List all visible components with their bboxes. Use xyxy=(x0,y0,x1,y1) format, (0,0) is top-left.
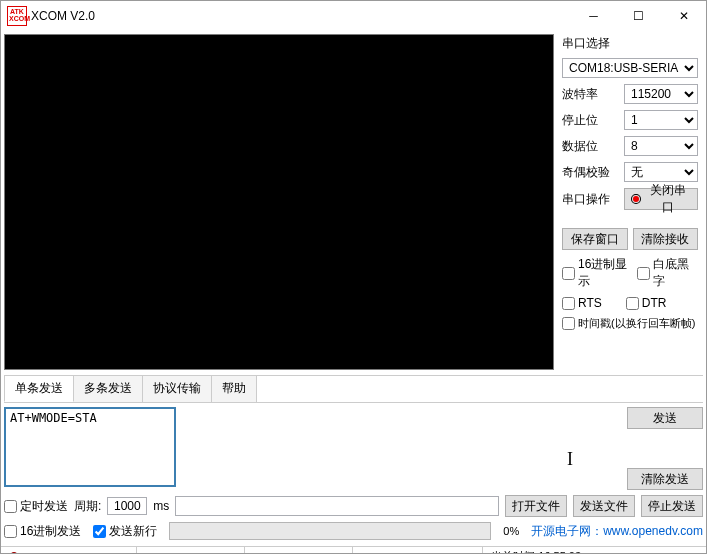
site-label: 开源电子网： xyxy=(531,524,603,538)
databit-label: 数据位 xyxy=(562,138,618,155)
status-connection: ▼www.openedv.com xyxy=(1,547,137,554)
status-cts: CTS=1 DSR=1 DCD=1 xyxy=(353,547,483,554)
port-toggle-button[interactable]: 关闭串口 xyxy=(624,188,698,210)
tab-single-send[interactable]: 单条发送 xyxy=(4,375,74,402)
timestamp-checkbox[interactable]: 时间戳(以换行回车断帧) xyxy=(562,316,698,331)
port-op-label: 串口操作 xyxy=(562,191,618,208)
port-select[interactable]: COM18:USB-SERIAL xyxy=(562,58,698,78)
hex-display-checkbox[interactable]: 16进制显示 xyxy=(562,256,635,290)
progress-bar xyxy=(169,522,491,540)
rts-checkbox[interactable]: RTS xyxy=(562,296,602,310)
stopbit-select[interactable]: 1 xyxy=(624,110,698,130)
clear-send-button[interactable]: 清除发送 xyxy=(627,468,703,490)
open-file-button[interactable]: 打开文件 xyxy=(505,495,567,517)
tab-protocol[interactable]: 协议传输 xyxy=(142,375,212,402)
tab-help[interactable]: 帮助 xyxy=(211,375,257,402)
progress-percent: 0% xyxy=(503,525,519,537)
send-button[interactable]: 发送 xyxy=(627,407,703,429)
period-label: 周期: xyxy=(74,498,101,515)
receive-console xyxy=(4,34,554,370)
send-textarea[interactable] xyxy=(4,407,176,487)
baud-select[interactable]: 115200 xyxy=(624,84,698,104)
databit-select[interactable]: 8 xyxy=(624,136,698,156)
send-file-button[interactable]: 发送文件 xyxy=(573,495,635,517)
stop-send-button[interactable]: 停止发送 xyxy=(641,495,703,517)
site-link[interactable]: www.openedv.com xyxy=(603,524,703,538)
period-input[interactable] xyxy=(107,497,147,515)
baud-label: 波特率 xyxy=(562,86,618,103)
status-time: 当前时间 16:55:03 xyxy=(483,547,706,554)
close-button[interactable]: ✕ xyxy=(661,1,706,31)
file-path-input[interactable] xyxy=(175,496,499,516)
period-unit: ms xyxy=(153,499,169,513)
tab-bar: 单条发送 多条发送 协议传输 帮助 xyxy=(4,375,703,403)
white-bg-checkbox[interactable]: 白底黑字 xyxy=(637,256,698,290)
maximize-button[interactable]: ☐ xyxy=(616,1,661,31)
send-newline-checkbox[interactable]: 发送新行 xyxy=(93,523,157,540)
timed-send-checkbox[interactable]: 定时发送 xyxy=(4,498,68,515)
record-icon xyxy=(631,194,641,204)
save-window-button[interactable]: 保存窗口 xyxy=(562,228,628,250)
port-select-label: 串口选择 xyxy=(562,35,698,52)
hex-send-checkbox[interactable]: 16进制发送 xyxy=(4,523,81,540)
dtr-checkbox[interactable]: DTR xyxy=(626,296,667,310)
parity-label: 奇偶校验 xyxy=(562,164,618,181)
clear-receive-button[interactable]: 清除接收 xyxy=(633,228,699,250)
window-title: XCOM V2.0 xyxy=(31,9,571,23)
parity-select[interactable]: 无 xyxy=(624,162,698,182)
app-logo: ATK XCOM xyxy=(7,6,27,26)
status-sent: S:0 xyxy=(137,547,245,554)
text-cursor-icon: I xyxy=(567,449,573,470)
minimize-button[interactable]: ─ xyxy=(571,1,616,31)
tab-multi-send[interactable]: 多条发送 xyxy=(73,375,143,402)
status-recv: R:0 xyxy=(245,547,353,554)
stopbit-label: 停止位 xyxy=(562,112,618,129)
